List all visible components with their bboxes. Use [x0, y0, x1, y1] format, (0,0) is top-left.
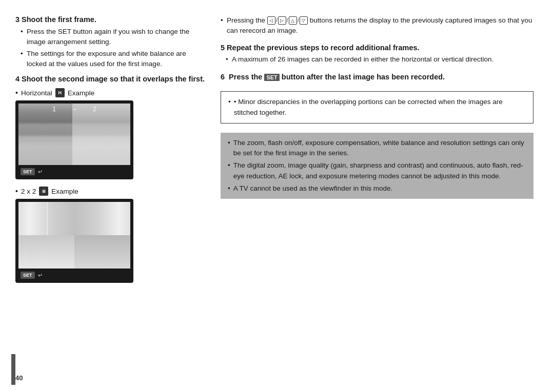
- shaded-dot-2: •: [228, 160, 230, 181]
- step-6-header: 6 Press the SET button after the last im…: [221, 72, 533, 82]
- g-return-icon: ↵: [38, 272, 43, 279]
- step-3-bullet-2: The settings for the exposure and white …: [21, 49, 205, 69]
- bordered-note-box: • • Minor discrepancies in the overlappi…: [221, 91, 533, 123]
- step-4-block: 4 Shoot the second image so that it over…: [15, 75, 205, 283]
- h-camera-bottom: SET ↵: [18, 167, 130, 176]
- bullet-dot-h: •: [15, 89, 18, 97]
- pressing-bullet: Pressing the ◁ / ▷ / △ / ▽ buttons retur…: [221, 15, 533, 35]
- shaded-dot-3: •: [228, 183, 230, 194]
- h-arrow: →: [71, 106, 77, 113]
- bullet-dot-g: •: [15, 187, 18, 195]
- grid-label-text: 2 x 2: [21, 188, 36, 195]
- step-3-bullets: Press the SET button again if you wish t…: [15, 27, 205, 69]
- h-return-icon: ↵: [38, 169, 43, 175]
- shaded-dot-1: •: [228, 138, 230, 159]
- shaded-note-text: • The zoom, flash on/off, exposure compe…: [228, 138, 526, 194]
- horizontal-camera-screen: 1 → 2: [18, 104, 130, 165]
- h-set-button: SET: [21, 168, 35, 175]
- horizontal-icon: H: [55, 88, 65, 97]
- h-label-2: 2: [93, 106, 96, 113]
- g-camera-bottom: SET ↵: [18, 271, 130, 280]
- shaded-text-2: The digital zoom, image quality (gain, s…: [233, 160, 526, 181]
- step-4-header: 4 Shoot the second image so that it over…: [15, 75, 205, 83]
- step-3-block: 3 Shoot the first frame. Press the SET b…: [15, 15, 205, 69]
- step-5-header: 5 Repeat the previous steps to record ad…: [221, 43, 533, 53]
- bordered-bullet-item: • • Minor discrepancies in the overlappi…: [228, 97, 526, 118]
- bordered-note-text: • • Minor discrepancies in the overlappi…: [228, 97, 526, 118]
- nav-icons-group: ◁ / ▷ / △ / ▽: [267, 16, 308, 25]
- step-5-block: 5 Repeat the previous steps to record ad…: [221, 43, 533, 65]
- pressing-bullet-list: Pressing the ◁ / ▷ / △ / ▽ buttons retur…: [221, 15, 533, 35]
- pressing-note-block: Pressing the ◁ / ▷ / △ / ▽ buttons retur…: [221, 15, 533, 35]
- horizontal-camera-display: 1 → 2 SET ↵: [15, 100, 133, 179]
- page-number: 40: [15, 374, 23, 382]
- grid-cell-bl: [18, 235, 74, 269]
- horizontal-example-label: • Horizontal H Example: [15, 88, 205, 97]
- shaded-text-3: A TV cannot be used as the viewfinder in…: [233, 183, 392, 194]
- page: 3 Shoot the first frame. Press the SET b…: [0, 0, 554, 392]
- venice-scene-left: [18, 104, 76, 165]
- step-6-block: 6 Press the SET button after the last im…: [221, 72, 533, 82]
- nav-left-icon: ◁: [267, 16, 275, 25]
- shaded-bullet-2: • The digital zoom, image quality (gain,…: [228, 160, 526, 181]
- shaded-bullet-3: • A TV cannot be used as the viewfinder …: [228, 183, 526, 194]
- slash-2: /: [287, 16, 288, 25]
- left-column: 3 Shoot the first frame. Press the SET b…: [15, 15, 205, 377]
- grid-camera-display: SET ↵: [15, 199, 133, 283]
- grid-cell-tr: [74, 202, 130, 235]
- shaded-text-1: The zoom, flash on/off, exposure compens…: [233, 138, 526, 159]
- shaded-note-box: • The zoom, flash on/off, exposure compe…: [221, 133, 533, 199]
- nav-up-icon: △: [289, 16, 297, 25]
- bordered-note-content: • Minor discrepancies in the overlapping…: [234, 97, 526, 118]
- horizontal-scene: [18, 104, 130, 165]
- slash-1: /: [276, 16, 278, 25]
- bordered-bullet-dot: •: [228, 97, 231, 118]
- venice-scene-right: [72, 104, 130, 165]
- grid-cell-br: [74, 235, 130, 269]
- grid-cell-tl: [18, 202, 74, 235]
- nav-right-icon: ▷: [278, 16, 286, 25]
- grid-example-label: • 2 x 2 ⊞ Example: [15, 187, 205, 196]
- slash-3: /: [298, 16, 299, 25]
- h-label-1: 1: [52, 106, 56, 113]
- nav-down-icon: ▽: [300, 16, 308, 25]
- grid-icon: ⊞: [39, 187, 48, 196]
- shaded-bullet-1: • The zoom, flash on/off, exposure compe…: [228, 138, 526, 159]
- step-5-bullets: A maximum of 26 images can be recorded i…: [221, 54, 533, 65]
- set-text-inline: SET: [264, 74, 279, 81]
- grid-camera-screen: [18, 202, 130, 269]
- horizontal-example-text: Example: [68, 89, 95, 97]
- h-cam-labels: 1 → 2: [52, 106, 96, 113]
- grid-example-text: Example: [51, 188, 78, 195]
- page-number-bar: [11, 354, 15, 385]
- step-3-bullet-1: Press the SET button again if you wish t…: [21, 27, 205, 47]
- g-set-button: SET: [21, 272, 35, 279]
- step-3-header: 3 Shoot the first frame.: [15, 15, 205, 24]
- step-5-bullet-1: A maximum of 26 images can be recorded i…: [226, 54, 533, 65]
- right-column: Pressing the ◁ / ▷ / △ / ▽ buttons retur…: [221, 15, 533, 377]
- horizontal-label-text: Horizontal: [21, 89, 52, 97]
